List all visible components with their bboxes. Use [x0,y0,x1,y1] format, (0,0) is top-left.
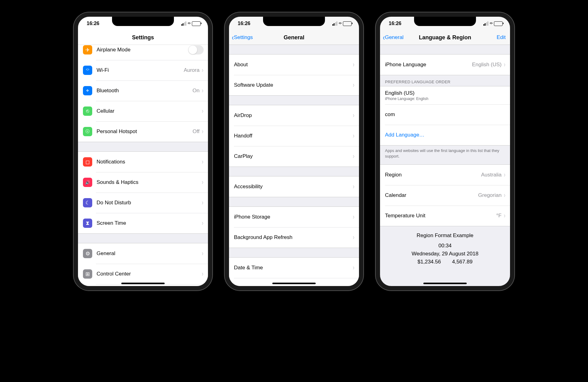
chevron-right-icon: › [202,250,203,257]
notch [263,17,325,26]
edit-button[interactable]: Edit [497,30,506,45]
airplane-icon: ✈ [83,45,92,54]
row-sounds[interactable]: 🔊 Sounds & Haptics › [78,172,208,193]
language-region-list[interactable]: iPhone Language English (US) › PREFERRED… [380,45,510,286]
phone-general: 16:26 ⌔ ‹ Settings General About› Softwa… [225,12,363,290]
chevron-right-icon: › [353,61,354,68]
chevron-right-icon: › [202,179,203,186]
nav-title: Language & Region [419,34,471,41]
general-list[interactable]: About› Software Update› AirDrop› Handoff… [229,45,359,286]
back-button[interactable]: ‹ Settings [231,30,253,45]
chevron-left-icon: ‹ [232,33,234,41]
chevron-right-icon: › [353,112,354,119]
notch [112,17,174,26]
settings-list[interactable]: ✈ Airplane Mode ⌔ Wi-Fi Aurora › ⌖ Bluet… [78,45,208,286]
nav-bar: ‹ General Language & Region Edit [380,30,510,45]
row-about[interactable]: About› [229,54,359,75]
back-button[interactable]: ‹ General [383,30,404,45]
preferred-language-footer: Apps and websites will use the first lan… [380,145,510,161]
chevron-right-icon: › [353,153,354,160]
cell-signal-icon [332,21,338,26]
bluetooth-icon: ⌖ [83,86,92,95]
row-airplane-mode[interactable]: ✈ Airplane Mode [78,45,208,60]
airplane-toggle[interactable] [188,45,204,54]
sounds-icon: 🔊 [83,178,92,187]
moon-icon: ☾ [83,198,92,207]
chevron-right-icon: › [353,82,354,89]
cellular-icon: ⎋ [83,106,92,116]
preferred-language-header: PREFERRED LANGUAGE ORDER [380,75,510,86]
cell-signal-icon [483,21,489,26]
row-notifications[interactable]: ◻ Notifications › [78,152,208,172]
notifications-icon: ◻ [83,157,92,167]
row-region[interactable]: Region Australia › [380,165,510,185]
chevron-right-icon: › [353,132,354,139]
row-dnd[interactable]: ☾ Do Not Disturb › [78,193,208,213]
chevron-right-icon: › [202,158,203,165]
chevron-right-icon: › [202,108,203,115]
controls-icon: ⊞ [83,269,92,279]
battery-icon [343,21,352,26]
row-bluetooth[interactable]: ⌖ Bluetooth On › [78,80,208,101]
chevron-right-icon: › [504,212,505,219]
nav-title: Settings [132,34,154,41]
chevron-right-icon: › [504,171,505,178]
home-indicator[interactable] [121,283,165,284]
row-bg-refresh[interactable]: Background App Refresh› [229,227,359,248]
wifi-icon: ⌔ [490,21,492,26]
notch [414,17,476,26]
row-general[interactable]: ⚙ General › [78,243,208,264]
home-indicator[interactable] [423,283,467,284]
wifi-row-icon: ⌔ [83,66,92,75]
chevron-right-icon: › [202,67,203,74]
nav-bar: Settings [78,30,208,45]
status-time: 16:26 [87,21,99,26]
phone-settings: 16:26 ⌔ Settings ✈ Airplane Mode ⌔ Wi-Fi… [74,12,212,290]
row-hotspot[interactable]: ⦾ Personal Hotspot Off › [78,121,208,142]
cell-signal-icon [181,21,187,26]
row-iphone-storage[interactable]: iPhone Storage› [229,207,359,227]
row-control-center[interactable]: ⊞ Control Center › [78,264,208,284]
row-temp-unit[interactable]: Temperature Unit °F › [380,206,510,226]
hotspot-icon: ⦾ [83,127,92,136]
row-carplay[interactable]: CarPlay› [229,146,359,167]
chevron-right-icon: › [353,214,354,220]
chevron-right-icon: › [504,192,505,199]
status-icons: ⌔ [332,21,352,26]
status-icons: ⌔ [483,21,503,26]
row-handoff[interactable]: Handoff› [229,126,359,146]
status-time: 16:26 [238,21,250,26]
gear-icon: ⚙ [83,249,92,258]
chevron-right-icon: › [202,87,203,94]
row-pref-lang-1[interactable]: English (US)iPhone Language: English [380,86,510,104]
row-date-time[interactable]: Date & Time› [229,258,359,278]
row-pref-lang-2[interactable]: com [380,104,510,125]
row-airdrop[interactable]: AirDrop› [229,105,359,126]
chevron-right-icon: › [353,183,354,190]
row-accessibility[interactable]: Accessibility› [229,176,359,197]
region-format-example: Region Format Example 00:34 Wednesday, 2… [380,226,510,277]
phone-language-region: 16:26 ⌔ ‹ General Language & Region Edit… [376,12,514,290]
chevron-right-icon: › [202,220,203,227]
chevron-right-icon: › [353,285,354,286]
wifi-icon: ⌔ [339,21,341,26]
chevron-right-icon: › [202,199,203,206]
home-indicator[interactable] [272,283,316,284]
hourglass-icon: ⧗ [83,219,92,228]
row-calendar[interactable]: Calendar Gregorian › [380,185,510,206]
row-iphone-language[interactable]: iPhone Language English (US) › [380,54,510,75]
chevron-left-icon: ‹ [383,33,385,41]
chevron-right-icon: › [202,128,203,135]
battery-icon [192,21,201,26]
row-screentime[interactable]: ⧗ Screen Time › [78,213,208,233]
chevron-right-icon: › [202,271,203,277]
row-display[interactable]: ᴀA Display & Brightness › [78,284,208,286]
row-keyboard[interactable]: Keyboard› [229,278,359,286]
row-software-update[interactable]: Software Update› [229,75,359,95]
row-wifi[interactable]: ⌔ Wi-Fi Aurora › [78,60,208,80]
status-icons: ⌔ [181,21,201,26]
row-add-language[interactable]: Add Language… [380,125,510,145]
status-time: 16:26 [389,21,401,26]
row-cellular[interactable]: ⎋ Cellular › [78,101,208,121]
nav-title: General [283,34,304,41]
